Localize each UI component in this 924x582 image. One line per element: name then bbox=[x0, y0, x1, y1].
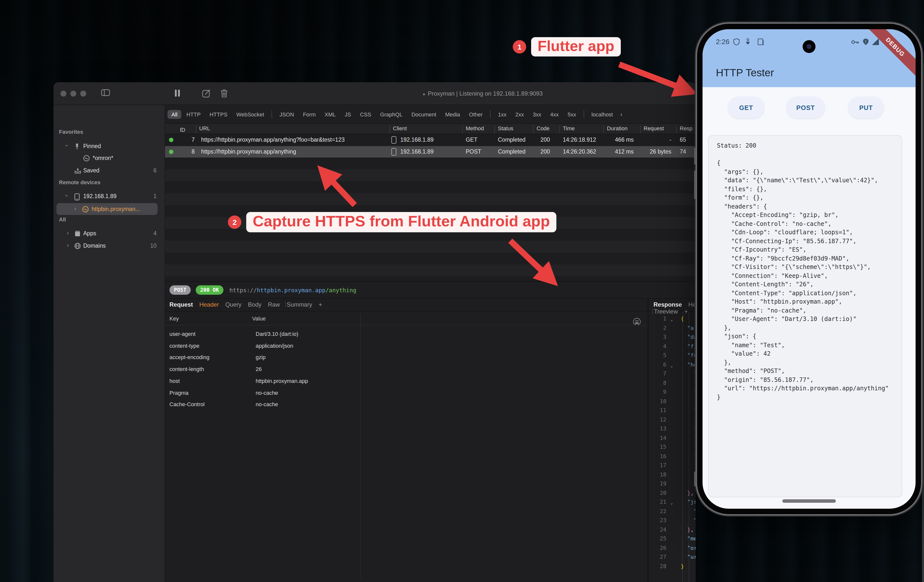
table-row[interactable]: 7https://httpbin.proxyman.app/anything?f… bbox=[165, 134, 696, 146]
col-url[interactable]: URL bbox=[199, 125, 210, 131]
request-tab-query[interactable]: Query bbox=[225, 301, 241, 308]
line-number[interactable]: 9 bbox=[648, 388, 667, 397]
response-tab-header[interactable]: Header bbox=[688, 301, 696, 308]
col-request[interactable]: Request bbox=[644, 125, 664, 131]
chevron-down-icon[interactable]: › bbox=[64, 195, 70, 196]
filter-tab-json[interactable]: JSON bbox=[276, 110, 298, 119]
chevron-right-icon[interactable]: › bbox=[74, 206, 76, 211]
line-number[interactable]: 14 bbox=[648, 434, 667, 443]
line-number[interactable]: 24 bbox=[648, 525, 667, 534]
pause-capture-icon[interactable] bbox=[174, 89, 181, 97]
line-number[interactable]: 18 bbox=[648, 470, 667, 480]
filter-tab-1xx[interactable]: 1xx bbox=[494, 110, 510, 119]
put-button[interactable]: PUT bbox=[848, 97, 884, 119]
get-button[interactable]: GET bbox=[728, 97, 764, 119]
request-tab-header[interactable]: Header bbox=[200, 301, 219, 308]
filter-tab-localhost[interactable]: localhost bbox=[587, 110, 617, 119]
filter-tab-3xx[interactable]: 3xx bbox=[529, 110, 545, 119]
request-tab-raw[interactable]: Raw bbox=[268, 301, 280, 308]
line-number[interactable]: 4 bbox=[648, 342, 667, 351]
header-row[interactable]: content-typeapplication/json bbox=[165, 340, 648, 352]
filter-tab-document[interactable]: Document bbox=[408, 110, 440, 119]
line-number[interactable]: 28 bbox=[648, 562, 667, 571]
fold-chevron-icon[interactable]: ⌄ bbox=[670, 315, 673, 324]
col-client[interactable]: Client bbox=[393, 125, 407, 131]
line-number[interactable]: 15 bbox=[648, 443, 667, 452]
line-number[interactable]: 8 bbox=[648, 379, 667, 388]
filter-tab-graphql[interactable]: GraphQL bbox=[376, 110, 406, 119]
header-row[interactable]: user-agentDart/3.10 (dart:io) bbox=[165, 328, 648, 340]
fold-chevron-icon[interactable]: ⌄ bbox=[670, 498, 673, 508]
chevron-right-icon[interactable]: › bbox=[67, 242, 69, 248]
filter-tab-5xx[interactable]: 5xx bbox=[564, 110, 580, 119]
request-tab-body[interactable]: Body bbox=[248, 301, 262, 308]
filter-tab-4xx[interactable]: 4xx bbox=[546, 110, 563, 119]
home-indicator[interactable] bbox=[782, 499, 836, 503]
collapse-filters-icon[interactable]: ‹ bbox=[620, 111, 622, 118]
line-number[interactable]: 11 bbox=[648, 406, 667, 415]
col-code[interactable]: Code bbox=[536, 125, 550, 131]
toggle-sidebar-icon[interactable] bbox=[101, 89, 110, 96]
filter-tab-xml[interactable]: XML bbox=[320, 110, 340, 119]
line-number[interactable]: 27 bbox=[648, 553, 667, 562]
col-duration[interactable]: Duration bbox=[607, 125, 627, 131]
chevron-down-icon[interactable]: › bbox=[64, 145, 70, 147]
line-number[interactable]: 1 bbox=[648, 315, 667, 324]
line-number[interactable]: 25 bbox=[648, 534, 667, 544]
line-number[interactable]: 26 bbox=[648, 544, 667, 553]
line-number[interactable]: 5 bbox=[648, 351, 667, 360]
header-row[interactable]: Cache-Controlno-cache bbox=[165, 399, 648, 411]
sidebar-item-saved[interactable]: Saved 6 bbox=[53, 165, 165, 176]
table-row[interactable]: 8https://httpbin.proxyman.app/anything19… bbox=[165, 146, 696, 158]
filter-tab-https[interactable]: HTTPS bbox=[206, 110, 231, 119]
filter-tab-all[interactable]: All bbox=[167, 110, 182, 119]
line-number[interactable]: 17 bbox=[648, 461, 667, 470]
sidebar-item-domains[interactable]: › Domains 10 bbox=[53, 241, 165, 252]
sidebar-item-httpbin-selected[interactable]: › httpbin.proxyman... bbox=[53, 204, 165, 215]
header-row[interactable]: content-length26 bbox=[165, 364, 648, 376]
sidebar-item-apps[interactable]: › Apps 4 bbox=[53, 228, 165, 239]
zoom-window-button[interactable] bbox=[80, 91, 86, 97]
line-number[interactable]: 2 bbox=[648, 324, 667, 333]
line-number[interactable]: 12 bbox=[648, 415, 667, 424]
fold-chevron-icon[interactable]: ⌄ bbox=[670, 361, 673, 370]
chevron-right-icon[interactable]: › bbox=[67, 230, 69, 236]
line-number[interactable]: 13 bbox=[648, 424, 667, 434]
filter-tab-js[interactable]: JS bbox=[341, 110, 355, 119]
request-url[interactable]: https://httpbin.proxyman.app/anything bbox=[229, 287, 356, 294]
sidebar-item-device[interactable]: › 192.168.1.89 1 bbox=[53, 191, 165, 202]
filter-tab-other[interactable]: Other bbox=[465, 110, 487, 119]
line-number[interactable]: 23 bbox=[648, 516, 667, 525]
col-status[interactable]: Status bbox=[498, 125, 513, 131]
filter-tab-http[interactable]: HTTP bbox=[182, 110, 205, 119]
header-row[interactable]: Pragmano-cache bbox=[165, 387, 648, 399]
trash-icon[interactable] bbox=[221, 89, 228, 97]
sidebar-item-pinned[interactable]: › Pinned bbox=[53, 141, 165, 152]
compose-request-icon[interactable] bbox=[202, 89, 211, 97]
filter-tab-websocket[interactable]: WebSocket bbox=[233, 110, 268, 119]
line-number[interactable]: 3 bbox=[648, 333, 667, 342]
line-number[interactable]: 7 bbox=[648, 369, 667, 379]
line-number[interactable]: 6 bbox=[648, 360, 667, 369]
sidebar-item-omron[interactable]: *omron* bbox=[53, 153, 165, 164]
col-time[interactable]: Time bbox=[563, 125, 575, 131]
line-number[interactable]: 20 bbox=[648, 489, 667, 498]
col-resp[interactable]: Resp bbox=[680, 125, 692, 131]
filter-tab-form[interactable]: Form bbox=[299, 110, 320, 119]
filter-tab-css[interactable]: CSS bbox=[356, 110, 375, 119]
line-number[interactable]: 16 bbox=[648, 452, 667, 461]
col-method[interactable]: Method bbox=[466, 125, 484, 131]
header-row[interactable]: accept-encodinggzip bbox=[165, 352, 648, 364]
line-number[interactable]: 22 bbox=[648, 507, 667, 516]
filter-tab-2xx[interactable]: 2xx bbox=[511, 110, 528, 119]
post-button[interactable]: POST bbox=[786, 97, 825, 119]
filter-tab-media[interactable]: Media bbox=[441, 110, 464, 119]
request-tab-add[interactable]: + bbox=[318, 301, 322, 308]
request-tab-summary[interactable]: Summary bbox=[287, 301, 312, 308]
line-number[interactable]: 21 bbox=[648, 498, 667, 507]
close-window-button[interactable] bbox=[61, 91, 66, 97]
line-number[interactable]: 10 bbox=[648, 397, 667, 406]
line-number[interactable]: 19 bbox=[648, 480, 667, 489]
minimize-window-button[interactable] bbox=[70, 91, 76, 97]
header-row[interactable]: hosthttpbin.proxyman.app bbox=[165, 376, 648, 387]
